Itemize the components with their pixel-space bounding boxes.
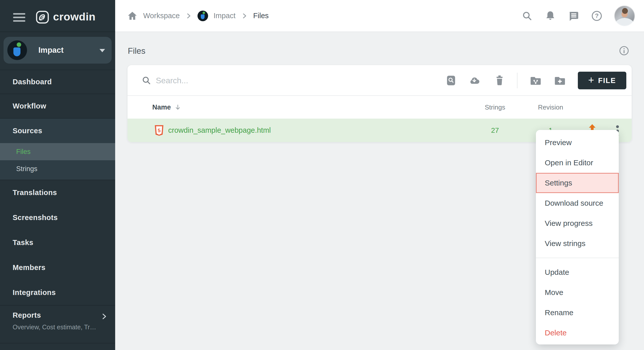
sidebar-item-translations[interactable]: Translations — [0, 180, 115, 205]
sidebar: crowdin Impact Dashboard Workflow Source… — [0, 0, 115, 350]
menu-divider — [536, 258, 619, 258]
sidebar-item-tasks[interactable]: Tasks — [0, 230, 115, 255]
sort-desc-icon — [175, 104, 181, 111]
hamburger-menu-icon[interactable] — [13, 13, 25, 22]
crowdin-logo-text: crowdin — [53, 11, 95, 23]
doc-search-icon[interactable] — [445, 75, 457, 86]
sidebar-nav: Dashboard Workflow Sources Files Strings… — [0, 70, 115, 343]
project-name: Impact — [38, 37, 64, 64]
chevron-right-icon — [101, 313, 108, 320]
sidebar-item-label: Screenshots — [13, 213, 58, 222]
topbar-actions: ? — [521, 6, 644, 26]
folder-plus-icon[interactable] — [554, 75, 566, 86]
search-icon[interactable] — [521, 10, 533, 22]
menu-item-download-source[interactable]: Download source — [536, 193, 619, 213]
breadcrumb-project[interactable]: Impact — [214, 12, 236, 20]
svg-text:5: 5 — [158, 127, 161, 133]
breadcrumb: Workspace Impact Files — [115, 11, 269, 21]
search-icon — [141, 75, 152, 86]
menu-item-view-strings[interactable]: View strings — [536, 233, 619, 254]
sidebar-item-screenshots[interactable]: Screenshots — [0, 205, 115, 230]
sidebar-item-files[interactable]: Files — [0, 143, 115, 160]
sidebar-section-sources: Sources Files Strings — [0, 118, 115, 180]
sidebar-subitem-label: Strings — [16, 165, 37, 173]
chevron-right-icon — [185, 13, 192, 19]
cloud-download-icon[interactable] — [468, 75, 480, 86]
add-file-button[interactable]: + FILE — [578, 72, 626, 89]
sidebar-item-workflow[interactable]: Workflow — [0, 94, 115, 118]
menu-item-delete[interactable]: Delete — [536, 323, 619, 343]
chevron-right-icon — [241, 13, 248, 19]
column-header-revision[interactable]: Revision — [516, 96, 585, 119]
sidebar-subitem-label: Files — [16, 148, 31, 156]
crowdin-app: Workspace Impact Files ? — [0, 0, 644, 350]
sidebar-group: Translations Screenshots Tasks Members I… — [0, 180, 115, 305]
caret-down-icon — [100, 49, 105, 52]
sidebar-item-dashboard[interactable]: Dashboard — [0, 70, 115, 94]
file-name-link[interactable]: crowdin_sample_webpage.html — [168, 119, 271, 142]
sidebar-item-members[interactable]: Members — [0, 255, 115, 280]
menu-item-settings[interactable]: Settings — [536, 173, 619, 193]
project-avatar — [197, 11, 208, 21]
reports-subtitle: Overview, Cost estimate, Transl… — [13, 324, 98, 331]
sidebar-item-label: Tasks — [13, 238, 33, 247]
menu-item-preview[interactable]: Preview — [536, 132, 619, 153]
table-header: Name Strings Revision — [128, 96, 632, 119]
sidebar-item-reports[interactable]: Reports Overview, Cost estimate, Transl… — [0, 305, 115, 343]
column-header-name[interactable]: Name — [152, 96, 181, 119]
home-icon[interactable] — [127, 11, 138, 21]
sidebar-item-strings[interactable]: Strings — [0, 160, 115, 177]
sidebar-item-label: Members — [13, 263, 45, 272]
html5-file-icon: 5 — [155, 125, 164, 136]
menu-item-view-progress[interactable]: View progress — [536, 213, 619, 233]
add-file-button-label: FILE — [598, 76, 616, 85]
sidebar-item-label: Workflow — [13, 102, 46, 110]
menu-item-rename[interactable]: Rename — [536, 303, 619, 323]
topbar: Workspace Impact Files ? — [115, 0, 644, 32]
help-icon[interactable]: ? — [591, 10, 603, 22]
menu-item-move[interactable]: Move — [536, 282, 619, 303]
file-strings-count: 27 — [474, 119, 516, 142]
column-header-strings[interactable]: Strings — [474, 96, 516, 119]
menu-item-update[interactable]: Update — [536, 262, 619, 282]
page-header: Files — [128, 32, 632, 65]
project-avatar — [7, 40, 27, 60]
crowdin-logo-icon[interactable] — [36, 11, 49, 24]
sidebar-item-integrations[interactable]: Integrations — [0, 280, 115, 305]
sidebar-item-label: Translations — [13, 189, 57, 197]
sidebar-item-label: Integrations — [13, 288, 56, 297]
sidebar-header: crowdin — [0, 0, 115, 32]
folder-branch-icon[interactable] — [530, 75, 541, 86]
info-icon[interactable] — [619, 46, 629, 56]
breadcrumb-current: Files — [253, 12, 269, 20]
search-input[interactable] — [156, 73, 429, 88]
column-label: Name — [152, 103, 171, 111]
sidebar-item-label: Dashboard — [13, 78, 52, 86]
files-toolbar: + FILE — [128, 65, 632, 96]
sidebar-item-label: Reports — [13, 311, 115, 319]
sidebar-item-sources[interactable]: Sources — [0, 119, 115, 143]
toolbar-divider — [517, 73, 517, 88]
menu-item-open-in-editor[interactable]: Open in Editor — [536, 153, 619, 173]
project-switcher[interactable]: Impact — [4, 37, 112, 64]
page-title: Files — [128, 46, 145, 56]
bell-icon[interactable] — [544, 10, 556, 22]
svg-text:?: ? — [595, 12, 599, 19]
chat-icon[interactable] — [568, 10, 579, 22]
breadcrumb-workspace[interactable]: Workspace — [143, 12, 180, 20]
trash-icon[interactable] — [494, 75, 505, 86]
user-avatar[interactable] — [614, 6, 635, 26]
file-context-menu: Preview Open in Editor Settings Download… — [536, 130, 619, 344]
